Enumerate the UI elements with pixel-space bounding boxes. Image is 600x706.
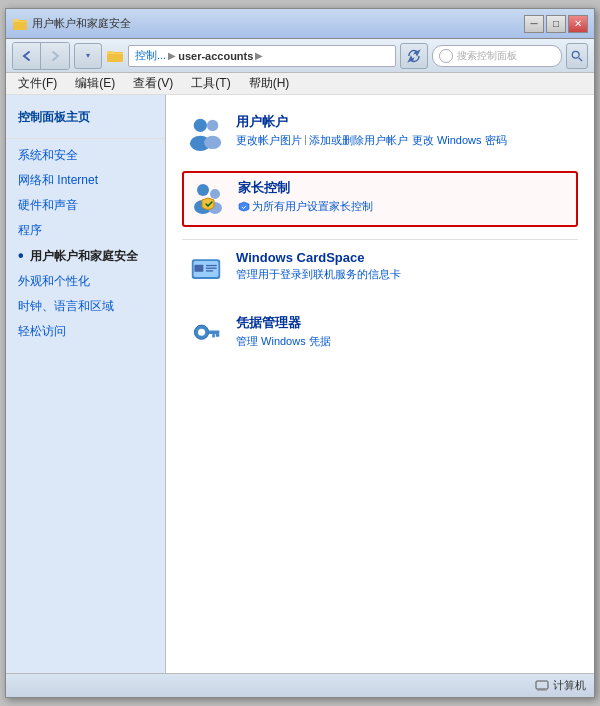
svg-point-6 (207, 120, 218, 131)
link-cardspace-manage[interactable]: 管理用于登录到联机服务的信息卡 (236, 267, 401, 282)
section-user-accounts: 用户帐户 更改帐户图片 | 添加或删除用户帐户 更改 Windows 密码 (182, 107, 578, 159)
users-svg-icon (188, 115, 224, 151)
sidebar-item-accessibility[interactable]: 轻松访问 (6, 319, 165, 344)
sidebar-divider (6, 138, 165, 139)
dropdown-button[interactable]: ▾ (74, 43, 102, 69)
svg-rect-22 (212, 334, 215, 338)
svg-rect-25 (537, 690, 547, 691)
folder-icon (12, 16, 28, 32)
section-credential-manager: 凭据管理器 管理 Windows 凭据 (182, 308, 578, 360)
menu-file[interactable]: 文件(F) (10, 73, 65, 94)
breadcrumb-sep-2: ▶ (255, 50, 263, 61)
link-change-password[interactable]: 更改 Windows 密码 (412, 133, 507, 148)
svg-line-3 (579, 57, 582, 60)
credential-manager-title[interactable]: 凭据管理器 (236, 314, 574, 332)
parental-controls-links: 为所有用户设置家长控制 (238, 199, 572, 214)
search-icon (439, 49, 453, 63)
search-placeholder: 搜索控制面板 (457, 49, 517, 63)
sidebar-item-system-label: 系统和安全 (18, 147, 78, 164)
divider-1 (182, 239, 578, 240)
minimize-button[interactable]: ─ (524, 15, 544, 33)
sidebar-item-accessibility-label: 轻松访问 (18, 323, 66, 340)
close-button[interactable]: ✕ (568, 15, 588, 33)
breadcrumb-current[interactable]: user-accounts (178, 50, 253, 62)
forward-button[interactable] (41, 43, 69, 69)
link-credential-manage[interactable]: 管理 Windows 凭据 (236, 334, 331, 349)
link-add-remove-users[interactable]: 添加或删除用户帐户 (309, 133, 408, 148)
content-area: 用户帐户 更改帐户图片 | 添加或删除用户帐户 更改 Windows 密码 (166, 95, 594, 673)
menubar: 文件(F) 编辑(E) 查看(V) 工具(T) 帮助(H) (6, 73, 594, 95)
cardspace-links: 管理用于登录到联机服务的信息卡 (236, 267, 574, 282)
menu-tools[interactable]: 工具(T) (183, 73, 238, 94)
refresh-icon (407, 49, 421, 63)
parental-shield-icon (238, 201, 250, 213)
section-parental-controls: 家长控制 为所有用户设置家长控制 (182, 171, 578, 227)
cardspace-text: Windows CardSpace 管理用于登录到联机服务的信息卡 (236, 250, 574, 282)
item-credential-manager: 凭据管理器 管理 Windows 凭据 (182, 308, 578, 360)
sidebar-item-appearance[interactable]: 外观和个性化 (6, 269, 165, 294)
statusbar-computer: 计算机 (535, 678, 586, 693)
breadcrumb-folder-icon (106, 48, 124, 64)
svg-point-10 (210, 189, 220, 199)
sidebar-item-clock[interactable]: 时钟、语言和区域 (6, 294, 165, 319)
breadcrumb-sep-1: ▶ (168, 50, 176, 61)
user-accounts-text: 用户帐户 更改帐户图片 | 添加或删除用户帐户 更改 Windows 密码 (236, 113, 574, 148)
svg-point-8 (197, 184, 209, 196)
parental-controls-title[interactable]: 家长控制 (238, 179, 572, 197)
statusbar: 计算机 (6, 673, 594, 697)
sidebar-item-users: 用户帐户和家庭安全 (6, 243, 165, 269)
item-parental-controls: 家长控制 为所有用户设置家长控制 (182, 171, 578, 227)
titlebar-title: 用户帐户和家庭安全 (32, 16, 131, 31)
credential-manager-svg-icon (190, 318, 222, 350)
sidebar-item-programs[interactable]: 程序 (6, 218, 165, 243)
sidebar-item-hardware[interactable]: 硬件和声音 (6, 193, 165, 218)
cardspace-title[interactable]: Windows CardSpace (236, 250, 574, 265)
link-parental-setup[interactable]: 为所有用户设置家长控制 (238, 199, 373, 214)
svg-point-2 (572, 51, 579, 58)
titlebar: 用户帐户和家庭安全 ─ □ ✕ (6, 9, 594, 39)
maximize-button[interactable]: □ (546, 15, 566, 33)
svg-point-19 (198, 329, 205, 336)
parental-controls-icon (188, 179, 228, 219)
titlebar-controls: ─ □ ✕ (524, 15, 588, 33)
cardspace-svg-icon (190, 254, 222, 286)
sidebar-title: 控制面板主页 (6, 105, 165, 134)
svg-rect-23 (536, 681, 548, 689)
sidebar-item-network[interactable]: 网络和 Internet (6, 168, 165, 193)
sidebar-item-clock-label: 时钟、语言和区域 (18, 298, 114, 315)
nav-back-forward-group (12, 42, 70, 70)
sidebar-item-programs-label: 程序 (18, 222, 42, 239)
section-cardspace: Windows CardSpace 管理用于登录到联机服务的信息卡 (182, 239, 578, 296)
user-accounts-links: 更改帐户图片 | 添加或删除用户帐户 更改 Windows 密码 (236, 133, 574, 148)
breadcrumb-root[interactable]: 控制... (135, 48, 166, 63)
menu-edit[interactable]: 编辑(E) (67, 73, 123, 94)
back-button[interactable] (13, 43, 41, 69)
menu-help[interactable]: 帮助(H) (241, 73, 298, 94)
sidebar-item-system[interactable]: 系统和安全 (6, 143, 165, 168)
user-accounts-icon (186, 113, 226, 153)
search-glass-icon (571, 50, 583, 62)
link-change-picture[interactable]: 更改帐户图片 (236, 133, 302, 148)
parental-controls-text: 家长控制 为所有用户设置家长控制 (238, 179, 572, 214)
parental-controls-svg-icon (189, 180, 227, 218)
dropdown-icon: ▾ (86, 51, 90, 60)
main-window: 用户帐户和家庭安全 ─ □ ✕ ▾ (5, 8, 595, 698)
credential-manager-icon (186, 314, 226, 354)
sep1: | (304, 133, 307, 148)
user-accounts-title[interactable]: 用户帐户 (236, 113, 574, 131)
credential-manager-text: 凭据管理器 管理 Windows 凭据 (236, 314, 574, 349)
forward-icon (49, 50, 61, 62)
search-button[interactable] (566, 43, 588, 69)
sidebar: 控制面板主页 系统和安全 网络和 Internet 硬件和声音 程序 用户帐户和… (6, 95, 166, 673)
refresh-button[interactable] (400, 43, 428, 69)
svg-rect-21 (216, 334, 220, 337)
sidebar-item-users-label: 用户帐户和家庭安全 (30, 248, 138, 265)
main-layout: 控制面板主页 系统和安全 网络和 Internet 硬件和声音 程序 用户帐户和… (6, 95, 594, 673)
cardspace-icon (186, 250, 226, 290)
svg-rect-20 (209, 330, 220, 334)
item-user-accounts: 用户帐户 更改帐户图片 | 添加或删除用户帐户 更改 Windows 密码 (182, 107, 578, 159)
credential-manager-links: 管理 Windows 凭据 (236, 334, 574, 349)
statusbar-label: 计算机 (553, 678, 586, 693)
search-bar[interactable]: 搜索控制面板 (432, 45, 562, 67)
menu-view[interactable]: 查看(V) (125, 73, 181, 94)
